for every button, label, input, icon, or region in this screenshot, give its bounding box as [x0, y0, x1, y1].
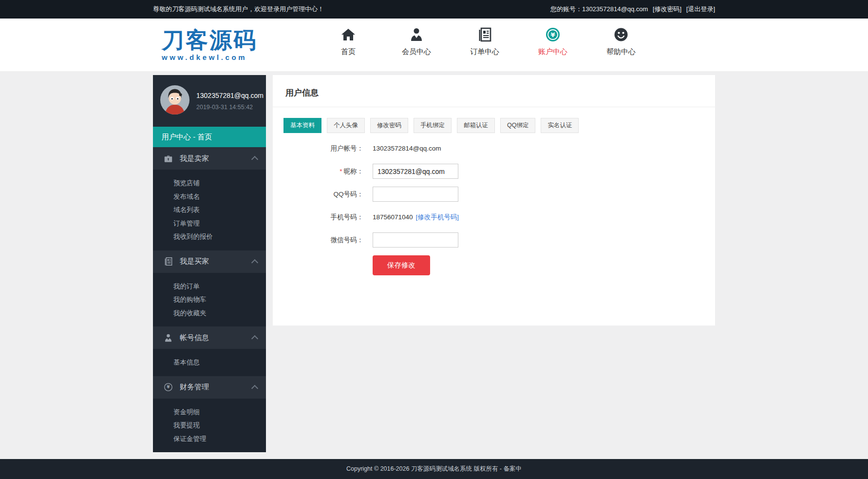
- section-label: 财务管理: [180, 383, 209, 392]
- help-smiley-icon: [587, 25, 655, 44]
- sidebar-section-buyer[interactable]: 我是买家: [153, 250, 266, 273]
- qq-input[interactable]: [373, 187, 458, 202]
- topbar-account-email: 13023572814@qq.com: [582, 5, 648, 13]
- sidebar-register-time: 2019-03-31 14:55:42: [196, 104, 264, 111]
- main-nav: 首页 会员中心 订单中心 ¥: [314, 25, 655, 57]
- sidebar-item-my-cart[interactable]: 我的购物车: [153, 293, 266, 307]
- sidebar-user-email: 1302357281@qq.com: [196, 92, 264, 99]
- page: 尊敬的刀客源码测试域名系统用户，欢迎登录用户管理中心！ 您的账号：1302357…: [0, 0, 868, 479]
- sidebar-item-domain-list[interactable]: 域名列表: [153, 203, 266, 217]
- topbar-account-area: 您的账号：13023572814@qq.com [修改密码] [退出登录]: [550, 5, 715, 14]
- chevron-up-icon: [251, 335, 258, 342]
- required-asterisk: *: [340, 168, 342, 175]
- nav-item-help-center[interactable]: 帮助中心: [587, 25, 655, 57]
- site-logo[interactable]: 刀客源码 www.dkewl.com: [162, 28, 257, 61]
- chevron-up-icon: [251, 156, 258, 163]
- form-actions: 保存修改: [273, 255, 715, 275]
- chevron-up-icon: [251, 259, 258, 266]
- section-label: 我是卖家: [180, 154, 209, 163]
- sidebar-section-seller[interactable]: 我是卖家: [153, 147, 266, 170]
- sidebar: 1302357281@qq.com 2019-03-31 14:55:42 用户…: [153, 75, 266, 452]
- submenu-seller: 预览店铺 发布域名 域名列表 订单管理 我收到的报价: [153, 170, 266, 250]
- tab-change-password[interactable]: 修改密码: [370, 118, 408, 133]
- submenu-finance: 资金明细 我要提现 保证金管理: [153, 399, 266, 453]
- submenu-account-info: 基本信息: [153, 349, 266, 376]
- sidebar-user-block: 1302357281@qq.com 2019-03-31 14:55:42: [153, 75, 266, 127]
- sidebar-item-preview-shop[interactable]: 预览店铺: [153, 176, 266, 190]
- sidebar-item-withdraw[interactable]: 我要提现: [153, 419, 266, 432]
- qq-label: QQ号码：: [273, 190, 363, 199]
- sidebar-item-publish-domain[interactable]: 发布域名: [153, 190, 266, 204]
- logo-title: 刀客源码: [162, 28, 257, 52]
- chevron-up-icon: [251, 384, 258, 391]
- submenu-buyer: 我的订单 我的购物车 我的收藏夹: [153, 273, 266, 327]
- ledger-icon: [164, 257, 173, 266]
- tab-basic-info[interactable]: 基本资料: [283, 118, 321, 133]
- nav-label: 帮助中心: [587, 47, 655, 57]
- content: 1302357281@qq.com 2019-03-31 14:55:42 用户…: [153, 75, 715, 452]
- form-row-nickname: *昵称：: [273, 164, 715, 179]
- sidebar-item-my-favorites[interactable]: 我的收藏夹: [153, 307, 266, 320]
- section-label: 帐号信息: [180, 333, 209, 343]
- nav-item-member-center[interactable]: 会员中心: [382, 25, 451, 57]
- nav-item-account-center[interactable]: ¥ 账户中心: [519, 25, 587, 57]
- member-icon: [382, 25, 451, 44]
- form-row-account: 用户帐号： 13023572814@qq.com: [273, 141, 715, 156]
- mobile-label: 手机号码：: [273, 213, 363, 222]
- sidebar-item-my-orders[interactable]: 我的订单: [153, 280, 266, 293]
- nickname-input[interactable]: [373, 164, 458, 179]
- account-label: 用户帐号：: [273, 144, 363, 153]
- welcome-text: 尊敬的刀客源码测试域名系统用户，欢迎登录用户管理中心！: [153, 5, 324, 14]
- user-icon: [164, 333, 173, 343]
- change-password-link[interactable]: [修改密码]: [653, 5, 681, 13]
- svg-text:¥: ¥: [167, 384, 170, 389]
- nav-label: 订单中心: [451, 47, 519, 57]
- save-button[interactable]: 保存修改: [373, 255, 430, 275]
- nav-item-home[interactable]: 首页: [314, 25, 382, 57]
- sidebar-section-account-info[interactable]: 帐号信息: [153, 326, 266, 349]
- footer: Copyright © 2016-2026 刀客源码测试域名系统 版权所有 - …: [0, 459, 868, 479]
- topbar: 尊敬的刀客源码测试域名系统用户，欢迎登录用户管理中心！ 您的账号：1302357…: [0, 0, 868, 19]
- wechat-input[interactable]: [373, 232, 458, 248]
- sidebar-item-deposit-manage[interactable]: 保证金管理: [153, 432, 266, 446]
- sidebar-item-fund-details[interactable]: 资金明细: [153, 405, 266, 419]
- home-icon: [314, 25, 382, 44]
- section-label: 我是买家: [180, 257, 209, 266]
- account-yuan-icon: ¥: [519, 25, 587, 44]
- main-panel: 用户信息 基本资料 个人头像 修改密码 手机绑定 邮箱认证 QQ绑定 实名认证 …: [273, 75, 715, 326]
- form-row-qq: QQ号码：: [273, 187, 715, 202]
- form-row-mobile: 手机号码： 18756071040 [修改手机号码]: [273, 210, 715, 225]
- account-value: 13023572814@qq.com: [373, 145, 441, 152]
- logo-subtitle: www.dkewl.com: [162, 53, 257, 61]
- tab-avatar[interactable]: 个人头像: [327, 118, 365, 133]
- header: 刀客源码 www.dkewl.com 首页 会员中心: [0, 19, 868, 71]
- sidebar-item-received-quotes[interactable]: 我收到的报价: [153, 230, 266, 244]
- nav-label: 账户中心: [519, 47, 587, 57]
- nickname-label: *昵称：: [273, 167, 363, 176]
- user-info-form: 用户帐号： 13023572814@qq.com *昵称： QQ号码： 手机号码…: [273, 141, 715, 295]
- change-mobile-link[interactable]: [修改手机号码]: [416, 213, 459, 222]
- nav-label: 会员中心: [382, 47, 451, 57]
- tab-bar: 基本资料 个人头像 修改密码 手机绑定 邮箱认证 QQ绑定 实名认证: [283, 118, 715, 133]
- tab-mobile-binding[interactable]: 手机绑定: [414, 118, 452, 133]
- briefcase-icon: [164, 154, 173, 163]
- logout-link[interactable]: [退出登录]: [686, 5, 715, 13]
- nav-item-order-center[interactable]: 订单中心: [451, 25, 519, 57]
- form-row-wechat: 微信号码：: [273, 232, 715, 248]
- tab-email-verify[interactable]: 邮箱认证: [457, 118, 495, 133]
- account-prefix: 您的账号：: [550, 5, 582, 13]
- coin-icon: ¥: [164, 383, 173, 392]
- sidebar-section-finance[interactable]: ¥ 财务管理: [153, 376, 266, 399]
- mobile-value: 18756071040: [373, 213, 413, 221]
- tab-qq-binding[interactable]: QQ绑定: [500, 118, 535, 133]
- avatar: [160, 85, 190, 117]
- svg-text:¥: ¥: [550, 31, 555, 38]
- sidebar-item-basic-info[interactable]: 基本信息: [153, 356, 266, 369]
- sidebar-current-page[interactable]: 用户中心 - 首页: [153, 127, 266, 147]
- orders-icon: [451, 25, 519, 44]
- nav-label: 首页: [314, 47, 382, 57]
- wechat-label: 微信号码：: [273, 236, 363, 245]
- page-title: 用户信息: [273, 75, 715, 107]
- sidebar-item-order-manage[interactable]: 订单管理: [153, 217, 266, 230]
- tab-realname-verify[interactable]: 实名认证: [541, 118, 579, 133]
